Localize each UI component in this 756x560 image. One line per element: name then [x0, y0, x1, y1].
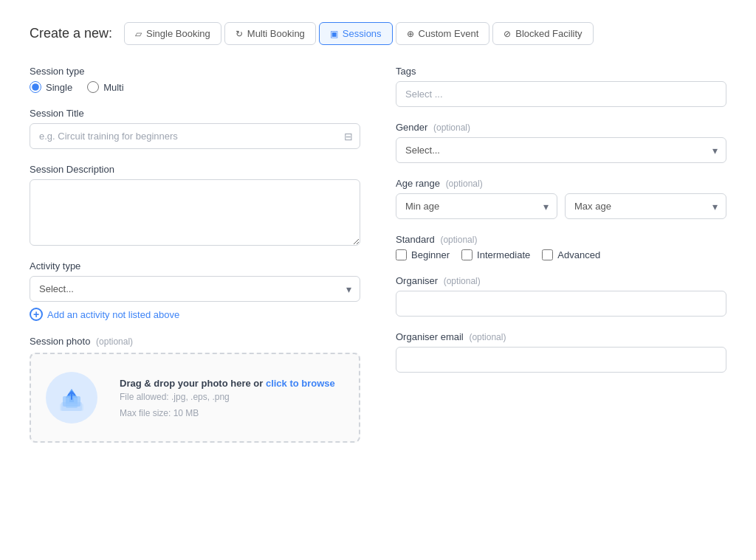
tab-custom-event[interactable]: ⊕Custom Event [396, 22, 490, 45]
standard-intermediate-option[interactable]: Intermediate [461, 249, 530, 260]
organiser-group: Organiser (optional) [396, 275, 726, 317]
standard-advanced-checkbox[interactable] [542, 249, 553, 260]
max-size-text: Max file size: 10 MB [120, 408, 344, 418]
session-title-wrapper: ⊟ [30, 123, 360, 149]
standard-intermediate-label: Intermediate [477, 249, 530, 260]
session-title-group: Session Title ⊟ [30, 108, 360, 149]
tab-icon-multi-booking: ↻ [236, 29, 243, 39]
tab-label-sessions: Sessions [343, 28, 382, 39]
tab-label-blocked-facility: Blocked Facility [515, 28, 582, 39]
session-title-label: Session Title [30, 108, 360, 119]
upload-circle [46, 372, 97, 424]
tabs-bar: ▱Single Booking↻Multi Booking▣Sessions⊕C… [124, 22, 594, 45]
session-photo-section: Session photo (optional) [30, 336, 360, 443]
age-range-row: Min age 125101618 Max age 101618255099 [396, 193, 726, 219]
max-age-wrapper: Max age 101618255099 [565, 193, 726, 219]
age-range-label: Age range (optional) [396, 178, 726, 189]
add-activity-link[interactable]: + Add an activity not listed above [30, 308, 360, 321]
standard-beginner-option[interactable]: Beginner [396, 249, 450, 260]
standard-options-row: Beginner Intermediate Advanced [396, 249, 726, 260]
session-type-single-option[interactable]: Single [30, 81, 72, 93]
age-range-group: Age range (optional) Min age 125101618 M… [396, 178, 726, 219]
min-age-select[interactable]: Min age 125101618 [396, 193, 557, 219]
header-row: Create a new: ▱Single Booking↻Multi Book… [30, 22, 726, 45]
min-age-wrapper: Min age 125101618 [396, 193, 557, 219]
max-age-select[interactable]: Max age 101618255099 [565, 193, 726, 219]
session-description-group: Session Description [30, 164, 360, 246]
activity-type-group: Activity type Select... Football Swimmin… [30, 260, 360, 321]
activity-type-label: Activity type [30, 260, 360, 272]
right-column: Tags Gender (optional) Select... Male Fe… [396, 66, 726, 443]
file-types-text: File allowed: .jpg, .eps, .png [120, 392, 344, 402]
activity-type-select-wrapper: Select... Football Swimming Tennis Baske… [30, 276, 360, 302]
session-type-multi-option[interactable]: Multi [87, 81, 123, 93]
add-activity-icon: + [30, 308, 43, 321]
organiser-email-label: Organiser email (optional) [396, 331, 726, 342]
session-type-single-label: Single [46, 82, 72, 93]
session-type-options: Single Multi [30, 81, 360, 93]
form-body: Session type Single Multi Session Title [30, 66, 726, 443]
gender-select-wrapper: Select... Male Female Mixed [396, 137, 726, 163]
organiser-email-group: Organiser email (optional) [396, 331, 726, 373]
photo-drop-zone[interactable]: Drag & drop your photo here or click to … [30, 353, 360, 443]
tab-icon-single-booking: ▱ [135, 29, 142, 39]
tab-label-single-booking: Single Booking [146, 28, 210, 39]
session-description-input[interactable] [30, 179, 360, 246]
upload-main-text: Drag & drop your photo here or click to … [120, 378, 344, 389]
standard-advanced-option[interactable]: Advanced [542, 249, 600, 260]
session-photo-label: Session photo (optional) [30, 336, 360, 347]
upload-cloud-icon [55, 381, 88, 414]
standard-intermediate-checkbox[interactable] [461, 249, 472, 260]
organiser-input[interactable] [396, 291, 726, 317]
session-type-multi-radio[interactable] [87, 81, 99, 93]
session-type-single-radio[interactable] [30, 81, 41, 93]
organiser-email-input[interactable] [396, 347, 726, 373]
standard-beginner-label: Beginner [411, 249, 450, 260]
activity-type-select[interactable]: Select... Football Swimming Tennis Baske… [30, 276, 360, 302]
left-column: Session type Single Multi Session Title [30, 66, 360, 443]
calendar-icon: ⊟ [344, 131, 353, 142]
session-type-group: Session type Single Multi [30, 66, 360, 93]
tab-sessions[interactable]: ▣Sessions [319, 22, 393, 45]
session-type-multi-label: Multi [103, 82, 123, 93]
tags-label: Tags [396, 66, 726, 77]
upload-illustration [46, 372, 105, 424]
gender-group: Gender (optional) Select... Male Female … [396, 122, 726, 163]
standard-beginner-checkbox[interactable] [396, 249, 407, 260]
create-label: Create a new: [30, 26, 112, 41]
tab-label-custom-event: Custom Event [419, 28, 479, 39]
tab-icon-sessions: ▣ [330, 29, 338, 39]
organiser-label: Organiser (optional) [396, 275, 726, 286]
session-type-label: Session type [30, 66, 360, 77]
standard-label: Standard (optional) [396, 234, 726, 245]
standard-advanced-label: Advanced [557, 249, 600, 260]
session-description-label: Session Description [30, 164, 360, 175]
upload-text-block: Drag & drop your photo here or click to … [120, 378, 344, 418]
add-activity-label: Add an activity not listed above [47, 309, 179, 320]
tags-group: Tags [396, 66, 726, 107]
gender-label: Gender (optional) [396, 122, 726, 133]
tab-multi-booking[interactable]: ↻Multi Booking [224, 22, 316, 45]
tab-icon-blocked-facility: ⊘ [504, 29, 511, 39]
tags-input[interactable] [396, 81, 726, 107]
session-title-input[interactable] [30, 123, 360, 149]
standard-group: Standard (optional) Beginner Intermediat… [396, 234, 726, 260]
tab-blocked-facility[interactable]: ⊘Blocked Facility [492, 22, 593, 45]
tab-icon-custom-event: ⊕ [407, 29, 414, 39]
gender-select[interactable]: Select... Male Female Mixed [396, 137, 726, 163]
tab-label-multi-booking: Multi Booking [247, 28, 305, 39]
browse-link[interactable]: click to browse [266, 378, 335, 389]
tab-single-booking[interactable]: ▱Single Booking [124, 22, 221, 45]
